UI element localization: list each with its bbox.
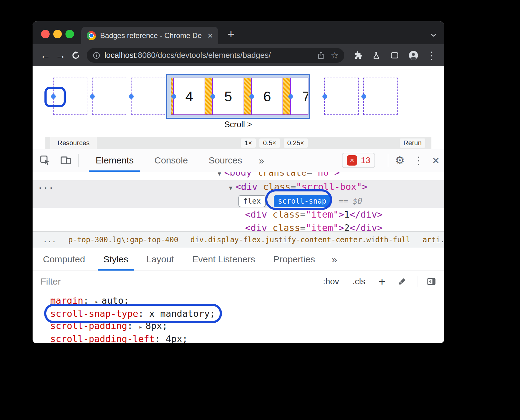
attr-value: "scroll-box" <box>296 181 362 192</box>
extensions-puzzle-icon[interactable] <box>353 51 363 60</box>
devtools-close-icon[interactable]: × <box>432 154 439 167</box>
element-classes-button[interactable]: .cls <box>353 277 365 286</box>
device-toolbar-icon[interactable] <box>60 155 72 166</box>
page-content: 4 5 6 7 Scroll > <box>33 66 444 137</box>
window-minimize-button[interactable] <box>53 30 62 38</box>
resources-tab[interactable]: Resources <box>50 137 97 149</box>
tab-layout[interactable]: Layout <box>137 248 183 271</box>
expand-triangle-icon[interactable]: ▸ <box>95 298 99 305</box>
toggle-sidebar-icon[interactable] <box>427 277 436 286</box>
browser-tab[interactable]: Badges reference - Chrome De × <box>81 27 218 44</box>
snap-point-dot <box>361 94 366 99</box>
more-tabs-icon[interactable]: » <box>332 254 337 265</box>
scroll-item: 5 <box>212 78 244 114</box>
scroll-item-number: 4 <box>185 88 193 105</box>
zoom-controls: 1× 0.5× 0.25× <box>241 138 308 148</box>
tab-properties[interactable]: Properties <box>264 248 324 271</box>
node-text: 2 <box>344 222 350 231</box>
expand-triangle-icon[interactable]: ▸ <box>139 323 142 331</box>
tab-event-listeners[interactable]: Event Listeners <box>183 248 264 271</box>
new-tab-button[interactable]: + <box>227 28 234 40</box>
error-status-badge[interactable]: × 13 <box>342 153 375 168</box>
expand-arrow-icon[interactable]: ▼ <box>229 184 232 191</box>
snap-target-box <box>53 78 87 115</box>
inspect-element-icon[interactable] <box>39 155 51 166</box>
address-bar[interactable]: localhost:8080/docs/devtools/elements/ba… <box>87 48 344 63</box>
flask-extension-icon[interactable] <box>372 51 381 60</box>
snap-target-box <box>324 78 359 115</box>
snap-point-dot <box>288 94 293 99</box>
breadcrumb-item[interactable]: arti <box>423 236 440 244</box>
tree-node-body[interactable]: ▼<body translate="no"> <box>33 172 444 180</box>
attr-equals: = <box>307 172 312 178</box>
devtools-toolbar: Elements Console Sources » × 13 ⚙ ⋮ × <box>33 149 444 172</box>
url-text[interactable]: localhost:8080/docs/devtools/elements/ba… <box>104 51 317 60</box>
selected-tree-node[interactable]: ▼<div class="scroll-box"> flex scroll-sn… <box>33 180 444 208</box>
snap-point-dot <box>322 94 327 99</box>
filter-input[interactable] <box>40 276 310 287</box>
tag-open: <div <box>235 181 263 192</box>
rerun-button[interactable]: Rerun <box>400 138 425 148</box>
breadcrumb-item[interactable]: p-top-300.lg\:gap-top-400 <box>68 236 178 244</box>
embed-footer: Resources 1× 0.5× 0.25× Rerun <box>33 137 444 149</box>
css-property: scroll-snap-type <box>50 308 138 319</box>
tree-node-item-1[interactable]: <div class="item">1</div> <box>33 208 444 221</box>
breadcrumb-item[interactable]: div.display-flex.justify-content-center.… <box>191 236 410 244</box>
tab-console[interactable]: Console <box>144 149 198 172</box>
share-icon[interactable] <box>317 51 325 60</box>
tag-close: > <box>339 222 344 231</box>
settings-gear-icon[interactable]: ⚙ <box>395 154 405 167</box>
tab-search-chevron-icon[interactable] <box>430 31 437 39</box>
tab-elements[interactable]: Elements <box>85 149 144 172</box>
breadcrumb-right-ellipsis[interactable]: ... <box>440 236 444 244</box>
scroll-item: 7 <box>290 78 308 114</box>
zoom-025x-button[interactable]: 0.25× <box>284 138 308 148</box>
snap-point-dot <box>51 94 56 99</box>
css-colon: : <box>138 308 149 319</box>
styles-filter-bar: :hov .cls + <box>33 271 444 292</box>
bookmark-star-icon[interactable]: ☆ <box>331 50 339 61</box>
tree-node-scroll-box[interactable]: ▼<div class="scroll-box"> <box>33 180 444 194</box>
tag-open: <body <box>224 172 257 178</box>
devtools-menu-icon[interactable]: ⋮ <box>413 154 424 166</box>
back-button[interactable]: ← <box>39 49 52 61</box>
css-rule-scroll-padding[interactable]: scroll-padding: ▸8px; <box>50 320 444 333</box>
css-rule-margin[interactable]: margin: ▸auto; <box>50 295 444 308</box>
scroll-item: 4 <box>173 78 205 114</box>
css-rule-scroll-snap-type[interactable]: scroll-snap-type: x mandatory; <box>50 308 444 320</box>
css-property: scroll-padding-left <box>50 334 155 343</box>
forward-button[interactable]: → <box>54 49 67 61</box>
expand-arrow-icon[interactable]: ▼ <box>218 172 221 177</box>
scroll-snap-badge[interactable]: scroll-snap <box>274 195 331 207</box>
scroll-hint-label: Scroll > <box>166 120 310 129</box>
snap-point-dot <box>210 94 215 99</box>
tag-end: </div> <box>350 209 382 220</box>
attr-name: translate <box>257 172 307 178</box>
attr-equals: = <box>290 181 296 192</box>
tab-styles[interactable]: Styles <box>94 248 137 271</box>
breadcrumb-left-ellipsis[interactable]: ... <box>43 236 56 244</box>
snap-point-dot <box>90 94 95 99</box>
browser-menu-icon[interactable]: ⋮ <box>427 49 437 61</box>
new-style-rule-button[interactable]: + <box>379 276 385 287</box>
window-zoom-button[interactable] <box>65 30 74 38</box>
more-tabs-icon[interactable]: » <box>258 155 264 166</box>
site-info-icon[interactable] <box>92 51 101 60</box>
zoom-1x-button[interactable]: 1× <box>241 138 256 148</box>
side-panel-icon[interactable] <box>390 51 399 60</box>
zoom-05x-button[interactable]: 0.5× <box>259 138 280 148</box>
css-rule-scroll-padding-left[interactable]: scroll-padding-left: 4px; <box>50 333 444 343</box>
profile-avatar[interactable] <box>408 50 419 61</box>
flex-badge[interactable]: flex <box>238 195 266 207</box>
rendering-brush-icon[interactable] <box>398 277 407 286</box>
toggle-element-state-button[interactable]: :hov <box>323 277 339 286</box>
tree-node-item-2[interactable]: <div class="item">2</div> <box>33 221 444 231</box>
error-count: 13 <box>361 156 370 165</box>
tab-computed[interactable]: Computed <box>34 248 94 271</box>
reload-button[interactable] <box>69 51 83 60</box>
tab-close-icon[interactable]: × <box>207 31 213 40</box>
tab-sources[interactable]: Sources <box>198 149 252 172</box>
css-value: x mandatory; <box>149 308 215 319</box>
window-close-button[interactable] <box>41 30 50 38</box>
tag-open: <div <box>245 209 272 220</box>
